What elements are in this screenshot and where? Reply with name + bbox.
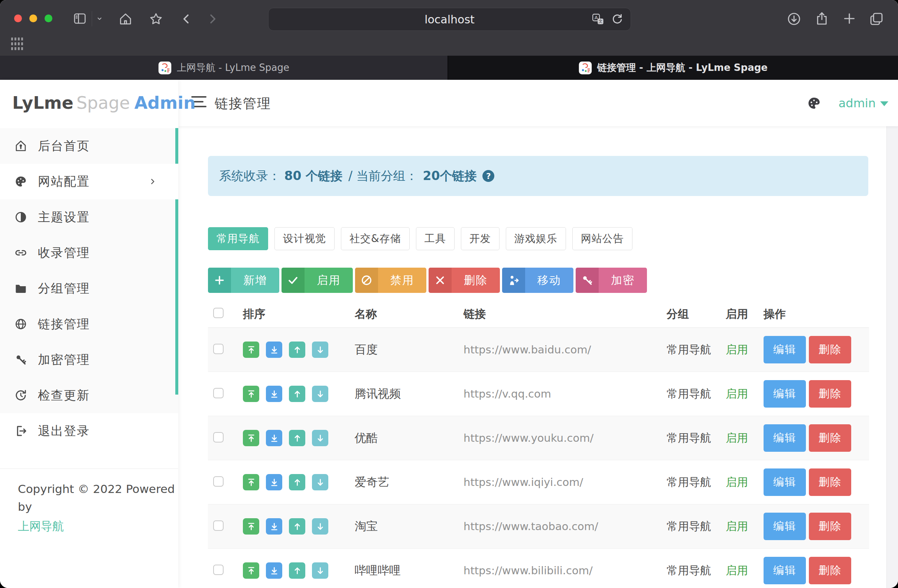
tab-link-management[interactable]: 链接管理 - 上网导航 - LyLme Spage (448, 56, 898, 80)
move-to-top-button[interactable] (243, 518, 259, 534)
category-tab[interactable]: 社交&存储 (341, 227, 410, 250)
row-checkbox[interactable] (213, 344, 224, 354)
edit-button[interactable]: 编辑 (764, 336, 806, 364)
move-to-top-button[interactable] (243, 562, 259, 579)
move-down-button[interactable] (312, 341, 328, 358)
row-checkbox[interactable] (213, 565, 224, 575)
delete-button[interactable]: 删除 (809, 557, 851, 584)
move-to-top-button[interactable] (243, 386, 259, 402)
sidebar-item-key[interactable]: 加密管理 (0, 342, 178, 378)
sidebar-item-link[interactable]: 收录管理 (0, 235, 178, 270)
edit-button[interactable]: 编辑 (764, 424, 806, 452)
translate-icon[interactable]: A文 (591, 12, 604, 26)
move-down-button[interactable] (312, 430, 328, 446)
move-to-bottom-button[interactable] (266, 430, 282, 446)
plus-action-button[interactable]: 新增 (208, 268, 279, 293)
copyright-link[interactable]: 上网导航 (18, 517, 64, 535)
move-to-top-button[interactable] (243, 430, 259, 446)
delete-button[interactable]: 删除 (809, 513, 851, 540)
download-icon[interactable] (786, 11, 802, 27)
minimize-window-button[interactable] (29, 14, 37, 22)
move-up-button[interactable] (289, 474, 305, 490)
row-checkbox[interactable] (213, 388, 224, 398)
column-header: 名称 (349, 307, 461, 322)
sidebar-item-home[interactable]: 后台首页 (0, 128, 178, 164)
move-to-top-button[interactable] (243, 474, 259, 490)
tab-overview-icon[interactable] (869, 11, 884, 27)
category-tab[interactable]: 设计视觉 (274, 227, 335, 250)
key-action-button[interactable]: 加密 (576, 268, 647, 293)
select-all-checkbox[interactable] (213, 308, 224, 318)
zoom-window-button[interactable] (45, 14, 52, 22)
forward-icon[interactable] (205, 12, 220, 26)
sidebar-scrollbar-segment[interactable] (175, 128, 178, 164)
category-tab[interactable]: 工具 (416, 227, 455, 250)
sidebar-item-logout[interactable]: 退出登录 (0, 413, 178, 449)
person-move-action-button[interactable]: 移动 (502, 268, 574, 293)
category-tab[interactable]: 网站公告 (572, 227, 632, 250)
move-down-button[interactable] (312, 474, 328, 490)
row-actions: 编辑删除 (761, 557, 869, 584)
home-icon[interactable] (118, 12, 133, 26)
row-checkbox[interactable] (213, 520, 224, 531)
address-bar[interactable]: localhost A文 (268, 8, 631, 31)
scrollbar-gutter[interactable] (886, 126, 898, 588)
move-to-bottom-button[interactable] (266, 474, 282, 490)
x-action-button[interactable]: 删除 (429, 268, 500, 293)
sidebar-item-globe[interactable]: 链接管理 (0, 306, 178, 342)
edit-button[interactable]: 编辑 (764, 513, 806, 540)
sidebar-scrollbar-segment[interactable] (175, 200, 178, 395)
move-to-bottom-button[interactable] (266, 518, 282, 534)
chevron-down-icon[interactable] (96, 15, 103, 22)
check-action-button[interactable]: 启用 (281, 268, 353, 293)
new-tab-icon[interactable] (842, 11, 857, 26)
edit-button[interactable]: 编辑 (764, 380, 806, 408)
delete-button[interactable]: 删除 (809, 380, 851, 408)
delete-button[interactable]: 删除 (809, 336, 851, 364)
sidebar-item-palette[interactable]: 网站配置 (0, 164, 178, 200)
close-window-button[interactable] (14, 14, 22, 22)
move-to-bottom-button[interactable] (266, 562, 282, 579)
edit-button[interactable]: 编辑 (764, 468, 806, 496)
delete-button[interactable]: 删除 (809, 468, 851, 496)
category-tab[interactable]: 开发 (461, 227, 500, 250)
category-tab[interactable]: 游戏娱乐 (506, 227, 566, 250)
move-up-button[interactable] (289, 341, 305, 358)
home-icon (14, 139, 28, 153)
sort-buttons (230, 562, 349, 579)
move-up-button[interactable] (289, 518, 305, 534)
move-to-top-button[interactable] (243, 341, 259, 358)
move-down-button[interactable] (312, 518, 328, 534)
username-dropdown[interactable]: admin (839, 96, 876, 110)
contrast-icon (14, 210, 28, 224)
move-to-bottom-button[interactable] (266, 386, 282, 402)
edit-button[interactable]: 编辑 (764, 557, 806, 584)
move-down-button[interactable] (312, 386, 328, 402)
theme-palette-icon[interactable] (807, 96, 821, 111)
stats-banner: 系统收录： 80 个链接 / 当前分组： 20个链接 ? (208, 156, 868, 196)
tab-home[interactable]: 上网导航 - LyLme Spage (0, 56, 448, 80)
back-icon[interactable] (179, 12, 194, 26)
sidebar-item-contrast[interactable]: 主题设置 (0, 200, 178, 235)
move-up-button[interactable] (289, 562, 305, 579)
table-row: 淘宝https://www.taobao.com/常用导航启用编辑删除 (208, 505, 869, 549)
move-up-button[interactable] (289, 430, 305, 446)
ban-action-button[interactable]: 禁用 (355, 268, 426, 293)
delete-button[interactable]: 删除 (809, 424, 851, 452)
share-icon[interactable] (814, 11, 830, 26)
star-icon[interactable] (149, 12, 163, 26)
row-checkbox[interactable] (213, 432, 224, 442)
app-grid-icon[interactable] (11, 37, 24, 50)
sidebar-divider (0, 468, 178, 469)
sidebar-panel-icon[interactable] (72, 11, 87, 26)
sidebar-item-folder[interactable]: 分组管理 (0, 270, 178, 306)
sidebar-item-label: 分组管理 (38, 280, 90, 297)
move-up-button[interactable] (289, 386, 305, 402)
sidebar-item-update[interactable]: 检查更新 (0, 378, 178, 413)
row-checkbox[interactable] (213, 476, 224, 487)
move-to-bottom-button[interactable] (266, 341, 282, 358)
help-question-icon[interactable]: ? (483, 170, 494, 182)
reload-icon[interactable] (610, 12, 624, 26)
move-down-button[interactable] (312, 562, 328, 579)
category-tab[interactable]: 常用导航 (208, 227, 268, 250)
